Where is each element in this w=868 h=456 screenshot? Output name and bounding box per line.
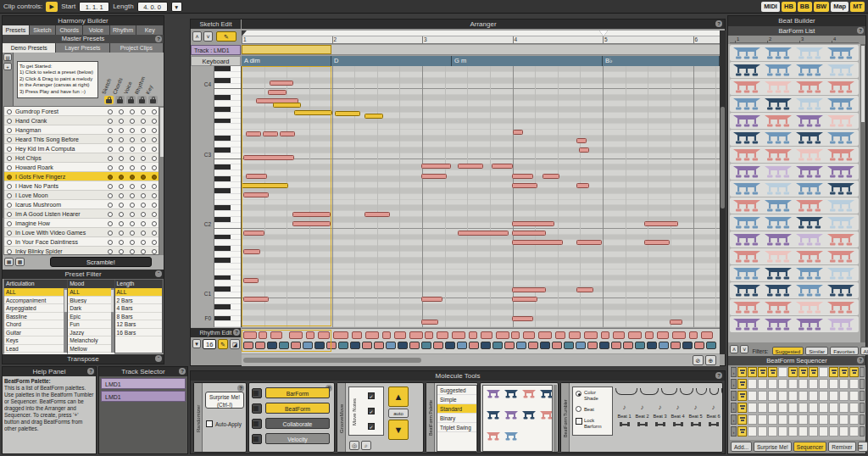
- beatform-block[interactable]: [623, 342, 633, 349]
- preset-layer-toggle[interactable]: [108, 203, 113, 208]
- barform-shape[interactable]: [826, 97, 855, 110]
- note[interactable]: [513, 130, 523, 135]
- note[interactable]: [421, 297, 442, 302]
- snap-target-icon[interactable]: ◎: [349, 441, 359, 450]
- sequencer-cell[interactable]: [768, 414, 777, 425]
- white-key[interactable]: [214, 200, 242, 206]
- timeline-ruler[interactable]: 123456: [242, 31, 720, 44]
- barform-row[interactable]: [730, 214, 859, 231]
- rhythm-block[interactable]: [538, 331, 552, 339]
- tumbler-beatform[interactable]: [486, 389, 501, 398]
- black-key-cap[interactable]: [214, 107, 231, 112]
- barform-shape[interactable]: [795, 47, 824, 59]
- filter-item[interactable]: Jazzy: [68, 329, 114, 337]
- preset-row[interactable]: Howard Roark: [4, 163, 159, 172]
- sequencer-cell[interactable]: [849, 379, 859, 389]
- loop-start-marker[interactable]: [242, 31, 247, 36]
- arranger-v-scrollbar[interactable]: [720, 31, 726, 354]
- sequencer-cell[interactable]: [798, 391, 808, 401]
- preset-layer-toggle[interactable]: [108, 109, 113, 114]
- beatform-block[interactable]: [457, 342, 467, 349]
- collapse-chevron-icon[interactable]: ˆ: [155, 270, 162, 277]
- preset-select-radio[interactable]: [7, 156, 12, 161]
- sequencer-cell[interactable]: [809, 426, 818, 437]
- preset-layer-toggle[interactable]: [119, 203, 124, 208]
- rhythm-block[interactable]: [243, 331, 257, 339]
- sequencer-cell[interactable]: [809, 367, 818, 377]
- row-option-button[interactable]: [860, 414, 865, 425]
- help-icon[interactable]: ?: [237, 385, 244, 392]
- scroll-down-button[interactable]: ˅: [740, 345, 748, 353]
- note[interactable]: [294, 110, 332, 115]
- preset-layer-toggle[interactable]: [152, 193, 157, 198]
- preset-row[interactable]: Gumdrop Forest: [4, 107, 159, 116]
- preset-layer-toggle[interactable]: [130, 193, 135, 198]
- barform-shape[interactable]: [795, 216, 824, 229]
- preset-select-radio[interactable]: [7, 249, 12, 254]
- white-key[interactable]: [214, 310, 242, 316]
- add-button[interactable]: Add...: [731, 442, 752, 452]
- preset-layer-toggle[interactable]: [119, 249, 124, 254]
- filter-item[interactable]: 4 Bars: [115, 304, 162, 313]
- white-key[interactable]: [214, 264, 242, 270]
- tumbler-beatform[interactable]: [504, 431, 519, 441]
- rhythm-block[interactable]: [318, 331, 330, 339]
- preset-layer-toggle[interactable]: [108, 147, 113, 152]
- play-button[interactable]: ▶: [46, 2, 58, 12]
- preset-select-radio[interactable]: [7, 240, 12, 245]
- note-grid[interactable]: [242, 66, 720, 327]
- preset-select-radio[interactable]: [7, 221, 12, 226]
- preset-layer-toggle[interactable]: [108, 175, 113, 180]
- palette-item[interactable]: Triplet Swing: [437, 423, 476, 432]
- octave-up-button[interactable]: ˄: [192, 31, 202, 42]
- row-play-button[interactable]: ›: [731, 391, 737, 401]
- black-key[interactable]: [214, 316, 242, 322]
- beatform-block[interactable]: [611, 342, 621, 349]
- preset-layer-toggle[interactable]: [108, 249, 113, 254]
- preset-layer-toggle[interactable]: [141, 193, 146, 198]
- preset-layer-toggle[interactable]: [141, 184, 146, 189]
- settings-icon-button[interactable]: ☰: [858, 442, 868, 452]
- preset-layer-toggle[interactable]: [130, 109, 135, 114]
- rhythm-block[interactable]: [511, 331, 520, 339]
- preset-row[interactable]: I Have No Pants: [4, 181, 159, 191]
- rhythm-block[interactable]: [628, 331, 642, 339]
- sequencer-cell[interactable]: [748, 414, 757, 425]
- sequencer-cell[interactable]: [748, 426, 757, 437]
- preset-layer-toggle[interactable]: [141, 128, 146, 133]
- note[interactable]: [421, 320, 438, 325]
- row-play-button[interactable]: ›: [731, 403, 737, 413]
- note[interactable]: [364, 212, 390, 217]
- sequencer-cell[interactable]: [788, 426, 798, 437]
- barform-button[interactable]: BarForm: [265, 387, 330, 398]
- palette-item[interactable]: Binary: [437, 414, 476, 423]
- white-key[interactable]: [214, 84, 242, 90]
- barform-shape[interactable]: [795, 148, 824, 161]
- black-key[interactable]: [214, 176, 242, 182]
- sequencer-cell[interactable]: [778, 414, 787, 425]
- beatform-block[interactable]: [504, 342, 515, 349]
- scrollbar-thumb[interactable]: [861, 46, 865, 122]
- black-key-cap[interactable]: [214, 164, 231, 170]
- filter-item[interactable]: Bluesy: [68, 297, 114, 305]
- preset-layer-toggle[interactable]: [130, 165, 135, 170]
- filter-item[interactable]: Fun: [68, 320, 114, 329]
- barform-scrollbar[interactable]: [860, 44, 865, 342]
- help-icon[interactable]: ?: [715, 372, 722, 379]
- filter-scrollbar[interactable]: [64, 288, 67, 353]
- tab-key[interactable]: Key: [136, 25, 164, 35]
- white-key[interactable]: [214, 270, 242, 275]
- beat-radio[interactable]: [576, 406, 581, 412]
- beat-column[interactable]: ♪Beat 3: [651, 403, 669, 428]
- beatform-block[interactable]: [445, 342, 455, 349]
- tab-layer-presets[interactable]: Layer Presets: [56, 43, 109, 53]
- white-key[interactable]: [214, 281, 242, 286]
- sequencer-cell[interactable]: [758, 403, 767, 413]
- preset-layer-toggle[interactable]: [119, 240, 124, 245]
- beatform-block[interactable]: [409, 342, 420, 349]
- note[interactable]: [576, 240, 602, 245]
- note[interactable]: [576, 287, 593, 292]
- white-key[interactable]: [214, 142, 242, 147]
- lock-icon[interactable]: [137, 96, 147, 104]
- rhythm-block[interactable]: [613, 331, 625, 339]
